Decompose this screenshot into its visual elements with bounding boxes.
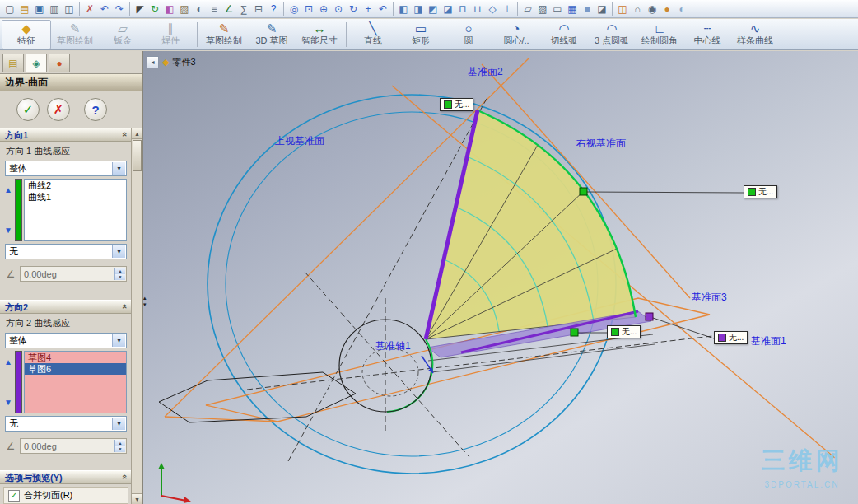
scene-icon[interactable]: ◐ xyxy=(674,2,689,16)
redo-icon[interactable]: ↷ xyxy=(112,2,127,16)
viewport-canvas[interactable] xyxy=(143,51,858,504)
normal-to-icon[interactable]: ⊥ xyxy=(500,2,515,16)
right-plane-label[interactable]: 右视基准面 xyxy=(576,137,626,151)
spline-button[interactable]: ∿样条曲线 xyxy=(731,21,779,49)
direction1-curve-list[interactable]: 曲线2曲线1 xyxy=(24,179,127,241)
zoom-to-fit-icon[interactable]: ◎ xyxy=(287,2,301,16)
weldments-tab-button[interactable]: ∥焊件 xyxy=(147,21,194,49)
save-icon[interactable]: ▣ xyxy=(32,2,47,16)
collapse-tree-button[interactable]: ◂ xyxy=(147,56,159,68)
direction2-curve-list[interactable]: 草图4草图6 xyxy=(24,351,127,413)
sketch-button[interactable]: ✎草图绘制 xyxy=(200,21,248,49)
hidden-lines-visible-icon[interactable]: ▨ xyxy=(535,2,550,16)
cancel-button[interactable]: ✗ xyxy=(47,98,70,121)
spinner-control[interactable]: ▲▼ xyxy=(114,440,125,452)
front-view-icon[interactable]: ◧ xyxy=(396,2,411,16)
appearance-icon[interactable]: ● xyxy=(660,2,674,16)
list-item[interactable]: 曲线1 xyxy=(25,191,126,203)
mass-properties-icon[interactable]: ∑ xyxy=(236,2,251,16)
callout-direction2-right[interactable]: 无... xyxy=(714,331,748,344)
top-plane-label[interactable]: 上视基准面 xyxy=(275,134,324,148)
graphics-viewport[interactable]: ◂ ◆ 零件3 ▴▾ 基准面2 上视基准面 右视基准面 基准面3 基准面1 基准… xyxy=(143,51,858,504)
select-icon[interactable]: ◤ xyxy=(133,2,147,16)
display-settings-icon[interactable]: ◐ xyxy=(192,2,207,16)
zoom-area-icon[interactable]: ⊡ xyxy=(301,2,316,16)
list-item[interactable]: 草图6 xyxy=(25,363,126,375)
sheet-metal-tab-button[interactable]: ▱钣金 xyxy=(99,21,147,49)
help-button[interactable]: ? xyxy=(84,98,107,121)
shaded-icon[interactable]: ■ xyxy=(580,2,595,16)
direction2-move-down-button[interactable]: ▼ xyxy=(4,398,12,407)
direction1-curve-sense-select[interactable]: 整体 ▾ xyxy=(5,161,127,176)
scroll-down-arrow[interactable]: ▼ xyxy=(132,493,142,504)
panel-scrollbar[interactable]: ▲ ▼ xyxy=(131,128,142,504)
scroll-thumb[interactable] xyxy=(133,140,142,171)
shadows-icon[interactable]: ◪ xyxy=(595,2,609,16)
isometric-view-icon[interactable]: ◇ xyxy=(485,2,500,16)
direction1-move-down-button[interactable]: ▼ xyxy=(4,226,12,235)
circle-button[interactable]: ○圆 xyxy=(445,21,492,49)
callout-direction1-right[interactable]: 无... xyxy=(744,185,777,198)
previous-view-icon[interactable]: ↶ xyxy=(375,2,390,16)
axis1-label[interactable]: 基准轴1 xyxy=(375,339,411,353)
smart-dimension-button[interactable]: ↔智能尺寸 xyxy=(296,21,343,49)
collapse-chevron-icon[interactable]: « xyxy=(120,304,130,309)
direction1-angle-field[interactable]: 0.00deg ▲▼ xyxy=(20,266,127,282)
rectangle-button[interactable]: ▭矩形 xyxy=(397,21,445,49)
top-view-icon[interactable]: ⊓ xyxy=(455,2,470,16)
right-view-icon[interactable]: ◪ xyxy=(441,2,455,16)
section-view-icon[interactable]: ◫ xyxy=(615,2,630,16)
print-icon[interactable]: ▥ xyxy=(47,2,62,16)
tree-item-part[interactable]: 零件3 xyxy=(172,56,195,68)
print-preview-icon[interactable]: ◫ xyxy=(62,2,77,16)
back-view-icon[interactable]: ◨ xyxy=(411,2,426,16)
measure-icon[interactable]: ∠ xyxy=(221,2,236,16)
sketch-fillet-button[interactable]: ∟绘制圆角 xyxy=(636,21,683,49)
plane3-label[interactable]: 基准面3 xyxy=(692,291,727,305)
collapse-chevron-icon[interactable]: « xyxy=(120,132,130,137)
zoom-to-selection-icon[interactable]: ⊙ xyxy=(331,2,346,16)
appearance-manager-tab[interactable]: ● xyxy=(49,54,70,72)
hidden-lines-removed-icon[interactable]: ▭ xyxy=(550,2,565,16)
section-properties-icon[interactable]: ⊟ xyxy=(251,2,266,16)
direction2-curve-sense-select[interactable]: 整体 ▾ xyxy=(5,333,127,348)
texture-icon[interactable]: ▨ xyxy=(177,2,192,16)
direction2-group-header[interactable]: 方向2 « xyxy=(0,300,132,314)
callout-direction1-top[interactable]: 无... xyxy=(440,98,473,111)
features-tab-button[interactable]: ◆特征 xyxy=(2,20,51,49)
merge-tangent-faces-checkbox[interactable]: ✓ xyxy=(8,490,20,502)
direction1-move-up-button[interactable]: ▲ xyxy=(4,185,12,194)
left-view-icon[interactable]: ◩ xyxy=(426,2,441,16)
scroll-up-arrow[interactable]: ▲ xyxy=(132,128,142,139)
bottom-view-icon[interactable]: ⊔ xyxy=(470,2,485,16)
dropdown-arrow-icon[interactable]: ▾ xyxy=(112,334,125,347)
edit-color-icon[interactable]: ◧ xyxy=(162,2,177,16)
centerline-button[interactable]: ┄中心线 xyxy=(683,21,731,49)
tangent-arc-button[interactable]: ◠切线弧 xyxy=(540,21,588,49)
camera-icon[interactable]: ◉ xyxy=(645,2,660,16)
rotate-view-icon[interactable]: ↻ xyxy=(346,2,361,16)
plane1-label[interactable]: 基准面1 xyxy=(751,334,786,348)
property-manager-tab[interactable]: ◈ xyxy=(26,54,47,72)
feature-manager-tab[interactable]: ▤ xyxy=(2,54,24,72)
sketch-tab-button[interactable]: ✎草图绘制 xyxy=(51,21,99,49)
zoom-in-out-icon[interactable]: ⊕ xyxy=(316,2,331,16)
view-orientation-icon[interactable]: ⌂ xyxy=(630,2,645,16)
new-document-icon[interactable]: ▢ xyxy=(2,2,17,16)
pan-icon[interactable]: + xyxy=(361,2,375,16)
sketch-3d-button[interactable]: ✎3D 草图 xyxy=(248,21,296,49)
ok-button[interactable]: ✓ xyxy=(16,98,40,121)
direction2-tangency-select[interactable]: 无 ▾ xyxy=(5,416,127,432)
options-group-header[interactable]: 选项与预览(Y) « xyxy=(0,470,132,484)
panel-splitter[interactable]: ▴▾ xyxy=(143,295,147,308)
delete-icon[interactable]: ✗ xyxy=(82,2,97,16)
direction1-group-header[interactable]: 方向1 « xyxy=(0,128,132,142)
open-icon[interactable]: ▤ xyxy=(17,2,32,16)
list-item[interactable]: 曲线2 xyxy=(25,180,126,191)
dropdown-arrow-icon[interactable]: ▾ xyxy=(112,245,125,258)
wireframe-icon[interactable]: ▱ xyxy=(520,2,535,16)
plane2-label[interactable]: 基准面2 xyxy=(468,65,503,79)
list-item[interactable]: 草图4 xyxy=(25,352,126,363)
collapse-chevron-icon[interactable]: « xyxy=(120,474,130,479)
help-icon[interactable]: ? xyxy=(266,2,281,16)
